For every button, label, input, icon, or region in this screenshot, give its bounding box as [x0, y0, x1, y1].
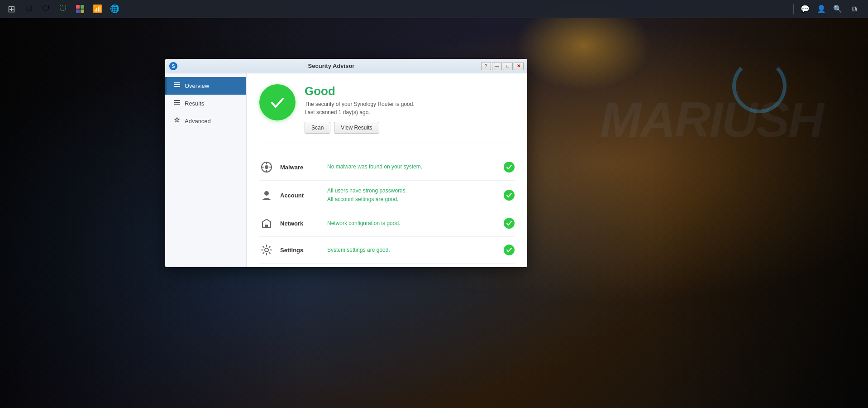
- account-status: All users have strong passwords.All acco…: [327, 187, 497, 204]
- svg-rect-3: [81, 10, 84, 13]
- malware-icon: [259, 160, 274, 174]
- category-row-settings: Settings System settings are good.: [259, 237, 515, 264]
- sidebar-item-results[interactable]: Results: [165, 95, 246, 112]
- settings-check: [504, 245, 515, 255]
- grid-icon[interactable]: ⊞: [4, 1, 19, 17]
- status-text-area: Good The security of your Synology Route…: [305, 84, 515, 134]
- svg-rect-11: [174, 102, 180, 103]
- window-layout-icon[interactable]: ⧉: [847, 2, 861, 16]
- network-icon: [259, 216, 274, 230]
- overview-icon: [173, 82, 181, 90]
- taskbar-divider: [793, 4, 794, 14]
- main-content: Good The security of your Synology Route…: [247, 73, 527, 267]
- wifi-icon[interactable]: 📶: [90, 1, 105, 17]
- search-icon[interactable]: 🔍: [831, 2, 844, 16]
- sidebar-item-advanced[interactable]: Advanced: [165, 112, 246, 130]
- account-check: [504, 190, 515, 201]
- settings-icon: [259, 243, 274, 257]
- app-window: S Security Advisor ? — □ ✕ Overview: [165, 59, 527, 267]
- svg-rect-12: [174, 104, 180, 105]
- title-bar: S Security Advisor ? — □ ✕: [165, 59, 527, 73]
- category-row-account: Account All users have strong passwords.…: [259, 181, 515, 210]
- results-icon: [173, 99, 181, 108]
- close-button[interactable]: ✕: [514, 62, 524, 70]
- svg-rect-8: [174, 84, 180, 85]
- scan-button[interactable]: Scan: [305, 122, 330, 134]
- window-body: Overview Results Advance: [165, 73, 527, 267]
- settings-status: System settings are good.: [327, 246, 497, 254]
- status-title: Good: [305, 84, 515, 98]
- status-last-scanned: Last scanned 1 day(s) ago.: [305, 108, 515, 116]
- svg-rect-9: [174, 86, 180, 87]
- svg-rect-1: [81, 5, 84, 9]
- account-label: Account: [280, 192, 321, 199]
- sidebar-item-results-label: Results: [185, 100, 204, 107]
- status-circle: [259, 84, 296, 120]
- network-check: [504, 218, 515, 229]
- taskbar: ⊞ 🖥 🛡 🛡 📶 🌐 💬 👤 🔍 ⧉: [0, 0, 868, 18]
- malware-check: [504, 162, 515, 173]
- window-controls: ? — □ ✕: [481, 62, 524, 70]
- sidebar-item-overview-label: Overview: [185, 82, 209, 89]
- category-row-malware: Malware No malware was found on your sys…: [259, 154, 515, 181]
- svg-rect-2: [76, 10, 80, 13]
- user-icon[interactable]: 👤: [815, 2, 828, 16]
- taskbar-left: ⊞ 🖥 🛡 🛡 📶 🌐: [4, 1, 122, 17]
- status-section: Good The security of your Synology Route…: [259, 84, 515, 143]
- svg-rect-10: [174, 100, 180, 101]
- status-description: The security of your Synology Router is …: [305, 100, 515, 108]
- maximize-button[interactable]: □: [503, 62, 513, 70]
- svg-rect-0: [76, 5, 80, 9]
- minimize-button[interactable]: —: [492, 62, 502, 70]
- svg-point-21: [265, 248, 268, 252]
- svg-point-18: [265, 165, 268, 169]
- network-label: Network: [280, 220, 321, 227]
- shield-green-icon[interactable]: 🛡: [55, 1, 71, 17]
- category-row-network: Network Network configuration is good.: [259, 210, 515, 237]
- app-logo: S: [169, 62, 178, 71]
- settings-label: Settings: [280, 247, 321, 254]
- sidebar: Overview Results Advance: [165, 73, 247, 267]
- globe-icon[interactable]: 🌐: [107, 1, 122, 17]
- svg-rect-20: [265, 225, 268, 227]
- tiles-icon[interactable]: [72, 1, 88, 17]
- sidebar-item-advanced-label: Advanced: [185, 118, 211, 125]
- categories-list: Malware No malware was found on your sys…: [259, 154, 515, 267]
- svg-point-19: [264, 191, 269, 196]
- category-row-update: Update SRM and all packages are up-to-da…: [259, 264, 515, 267]
- monitor-icon[interactable]: 🖥: [21, 1, 36, 17]
- svg-rect-7: [174, 82, 180, 83]
- window-title: Security Advisor: [181, 62, 481, 69]
- advanced-icon: [173, 117, 181, 125]
- shield-icon[interactable]: 🛡: [38, 1, 53, 17]
- sidebar-item-overview[interactable]: Overview: [165, 77, 246, 95]
- svg-text:S: S: [172, 64, 175, 69]
- status-actions: Scan View Results: [305, 122, 515, 134]
- account-icon: [259, 188, 274, 202]
- chat-icon[interactable]: 💬: [798, 2, 812, 16]
- help-button[interactable]: ?: [481, 62, 491, 70]
- view-results-button[interactable]: View Results: [334, 122, 379, 134]
- taskbar-right: 💬 👤 🔍 ⧉: [792, 2, 864, 16]
- malware-label: Malware: [280, 164, 321, 171]
- malware-status: No malware was found on your system.: [327, 163, 497, 171]
- network-status: Network configuration is good.: [327, 219, 497, 228]
